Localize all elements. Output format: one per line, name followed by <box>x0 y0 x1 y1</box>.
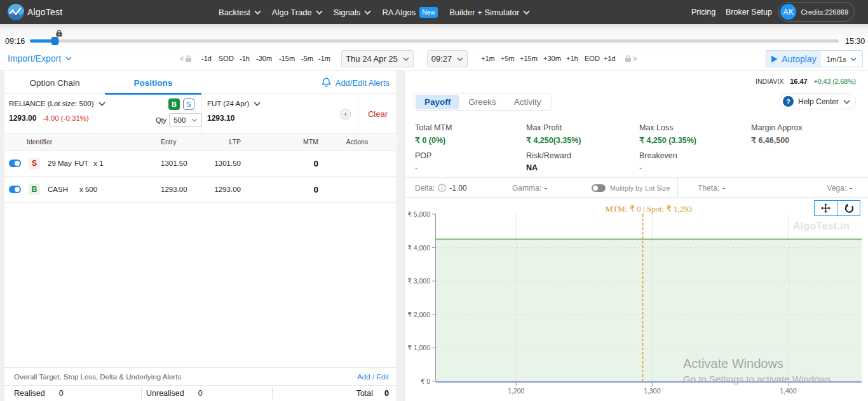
qty-select[interactable]: 500 <box>169 113 202 127</box>
speed-select[interactable]: 1m/1s <box>821 51 862 67</box>
bell-icon <box>322 78 331 88</box>
sell-button[interactable]: S <box>183 99 194 110</box>
chevron-down-icon <box>191 118 198 122</box>
payoff-tabbar: PayoffGreeksActivity <box>414 93 552 111</box>
step-plus5m[interactable]: +5m <box>501 50 515 67</box>
step-sod[interactable]: SOD <box>219 50 234 67</box>
lock-icon <box>185 55 192 62</box>
future-price: 1293.10 <box>207 114 234 123</box>
add-instrument-button[interactable]: + <box>340 109 351 119</box>
speed-label: 1m/1s <box>827 55 846 63</box>
y-tick-label: ₹ 4,000 <box>407 244 430 252</box>
stat-label: Breakeven <box>639 151 677 160</box>
tab-greeks[interactable]: Greeks <box>459 95 505 109</box>
tab-positions[interactable]: Positions <box>105 71 201 94</box>
arrow-right-icon: > <box>633 55 637 62</box>
overall-alerts-text: Overall Target, Stop Loss, Delta & Under… <box>14 368 181 386</box>
vega-label: Vega: <box>827 184 846 193</box>
info-icon[interactable] <box>438 184 446 192</box>
realised-label: Realised <box>14 389 45 398</box>
nav-pricing[interactable]: Pricing <box>691 0 715 24</box>
avatar[interactable]: AK <box>780 4 796 20</box>
position-row: S29 MayFUTx 11301.501301.500 <box>4 151 397 177</box>
credits-pill[interactable]: AK Credits:226869 <box>778 2 855 22</box>
future-select[interactable]: FUT (24 Apr) <box>207 100 260 107</box>
y-tick-label: ₹ 2,000 <box>407 311 430 318</box>
position-multiplier: x 500 <box>79 186 97 193</box>
qty-label: Qty <box>156 116 166 124</box>
stat-label: POP <box>415 151 431 160</box>
position-row: BCASHx 5001293.001293.000 <box>4 177 397 203</box>
step-minus5m[interactable]: -5m <box>301 50 313 67</box>
autoplay-group: Autoplay 1m/1s <box>766 50 863 67</box>
payoff-panel: INDIAVIX 16.47 +0.43 (2.68%) PayoffGreek… <box>404 71 868 401</box>
chevron-down-icon <box>457 57 463 61</box>
stat-label: Total MTM <box>415 123 452 132</box>
realised-value: 0 <box>59 389 64 398</box>
underlying-select[interactable]: RELIANCE (Lot size: 500) <box>9 100 105 107</box>
unrealised-value: 0 <box>198 389 203 398</box>
positions-panel: Option Chain Positions Add/Edit Alerts R… <box>4 71 397 401</box>
indiavix-change: +0.43 (2.68%) <box>814 78 856 85</box>
step-plus1m[interactable]: +1m <box>481 50 495 67</box>
position-actions <box>335 177 379 202</box>
chart-reset-button[interactable] <box>837 200 860 216</box>
playback-toolbar: Import/Export <-1dSOD-1h-30m-15m-5m-1mTh… <box>0 50 868 71</box>
position-entry: 1293.00 <box>161 177 187 202</box>
buy-button[interactable]: B <box>168 99 180 110</box>
position-toggle[interactable] <box>9 186 21 193</box>
position-mtm: 0 <box>271 177 318 202</box>
nav-broker-setup[interactable]: Broker Setup <box>726 0 772 24</box>
future-name: FUT (24 Apr) <box>207 100 249 107</box>
play-icon <box>771 55 778 63</box>
date-picker[interactable]: Thu 24 Apr 25 <box>341 50 414 67</box>
chevron-down-icon <box>98 102 105 105</box>
indiavix-value: 16.47 <box>790 78 808 85</box>
clear-section: Clear <box>358 94 397 133</box>
lot-size-toggle[interactable] <box>592 184 606 192</box>
chevron-down-icon <box>254 102 260 105</box>
step-plus1h[interactable]: +1h <box>566 50 578 67</box>
autoplay-button[interactable]: Autoplay <box>766 51 820 67</box>
position-ltp: 1301.50 <box>195 151 241 176</box>
step-eod[interactable]: EOD <box>585 50 600 67</box>
step-plus15m[interactable]: +15m <box>520 50 538 67</box>
step-minus1m[interactable]: -1m <box>318 50 330 67</box>
tab-payoff[interactable]: Payoff <box>416 95 459 109</box>
history-lock-back: < <box>180 50 192 67</box>
position-toggle[interactable] <box>9 160 21 167</box>
help-center-label: Help Center <box>798 97 839 106</box>
add-edit-alerts-label: Add/Edit Alerts <box>336 78 390 88</box>
qty-value: 500 <box>173 116 186 124</box>
tab-option-chain[interactable]: Option Chain <box>4 71 105 94</box>
add-edit-alerts-link[interactable]: Add/Edit Alerts <box>322 71 390 94</box>
step-plus1d[interactable]: +1d <box>604 50 616 67</box>
position-ltp: 1293.00 <box>195 177 241 202</box>
stat-pop: POP- <box>415 151 431 172</box>
help-center-button[interactable]: ? Help Center <box>779 93 856 109</box>
pan-arrows-icon <box>821 203 831 213</box>
stat-label: Max Profit <box>526 123 581 132</box>
unrealised-label: Unrealised <box>146 389 184 398</box>
step-minus1h[interactable]: -1h <box>240 50 250 67</box>
add-edit-link[interactable]: Add / Edit <box>357 368 389 386</box>
step-minus15m[interactable]: -15m <box>279 50 295 67</box>
stat-value: ₹ 0 (0%) <box>415 135 452 145</box>
stat-value: ₹ 4,250 (3.35%) <box>639 135 696 145</box>
step-minus1d[interactable]: -1d <box>201 50 212 67</box>
tab-activity[interactable]: Activity <box>505 95 550 109</box>
step-plus30m[interactable]: +30m <box>543 50 561 67</box>
timeline-track[interactable] <box>30 39 839 43</box>
col-mtm: MTM <box>271 133 318 150</box>
chart-pan-button[interactable] <box>814 200 837 216</box>
chevron-down-icon <box>403 57 409 61</box>
clear-button[interactable]: Clear <box>358 94 397 133</box>
y-tick-label: ₹ 5,000 <box>407 210 430 218</box>
theta-value: - <box>722 184 725 193</box>
arrow-left-icon: < <box>180 55 184 62</box>
time-picker[interactable]: 09:27 <box>427 50 468 67</box>
y-tick-label: ₹ 1,000 <box>407 344 430 351</box>
delta-value: -1.00 <box>449 184 466 193</box>
step-minus30m[interactable]: -30m <box>256 50 272 67</box>
chart-title: MTM: ₹ 0 | Spot: ₹ 1,293 <box>436 204 862 214</box>
